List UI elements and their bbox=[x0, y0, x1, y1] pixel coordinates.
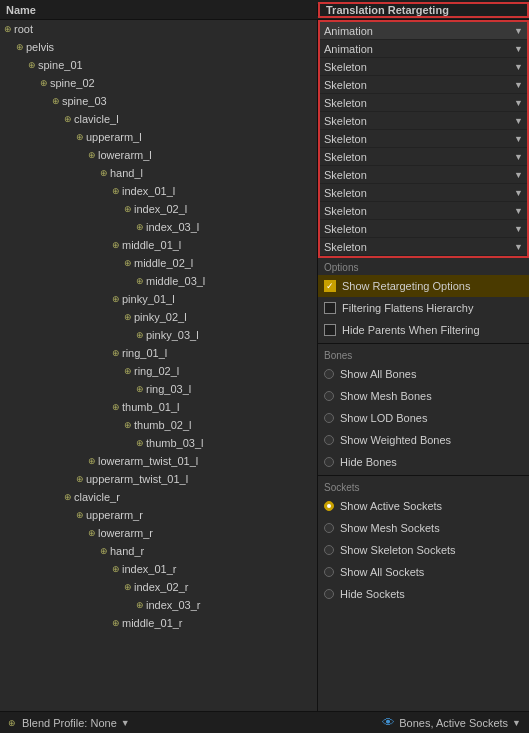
tree-item[interactable]: ⊕upperarm_twist_01_l bbox=[0, 470, 317, 488]
socket-radio[interactable] bbox=[324, 567, 334, 577]
retarget-row[interactable]: Skeleton▼ bbox=[320, 184, 527, 202]
header-name: Name bbox=[0, 4, 318, 16]
show-retargeting-row[interactable]: Show Retargeting Options bbox=[318, 275, 529, 297]
tree-label: spine_01 bbox=[38, 59, 83, 71]
tree-item[interactable]: ⊕spine_03 bbox=[0, 92, 317, 110]
retarget-row[interactable]: Skeleton▼ bbox=[320, 148, 527, 166]
tree-item[interactable]: ⊕spine_02 bbox=[0, 74, 317, 92]
tree-item[interactable]: ⊕pelvis bbox=[0, 38, 317, 56]
socket-radio[interactable] bbox=[324, 501, 334, 511]
blend-profile-arrow: ▼ bbox=[121, 718, 130, 728]
filtering-flattens-checkbox[interactable] bbox=[324, 302, 336, 314]
tree-item[interactable]: ⊕index_03_r bbox=[0, 596, 317, 614]
tree-item[interactable]: ⊕index_03_l bbox=[0, 218, 317, 236]
socket-option-row[interactable]: Show All Sockets bbox=[318, 561, 529, 583]
tree-item[interactable]: ⊕middle_02_l bbox=[0, 254, 317, 272]
tree-item[interactable]: ⊕root bbox=[0, 20, 317, 38]
retarget-row[interactable]: Skeleton▼ bbox=[320, 130, 527, 148]
retarget-arrow-icon: ▼ bbox=[514, 206, 523, 216]
tree-item[interactable]: ⊕spine_01 bbox=[0, 56, 317, 74]
retarget-row[interactable]: Skeleton▼ bbox=[320, 76, 527, 94]
retarget-row[interactable]: Skeleton▼ bbox=[320, 202, 527, 220]
bones-sockets-button[interactable]: 👁 Bones, Active Sockets ▼ bbox=[382, 715, 521, 730]
tree-label: spine_03 bbox=[62, 95, 107, 107]
tree-item[interactable]: ⊕pinky_01_l bbox=[0, 290, 317, 308]
bone-radio[interactable] bbox=[324, 435, 334, 445]
socket-option-row[interactable]: Show Mesh Sockets bbox=[318, 517, 529, 539]
socket-radio[interactable] bbox=[324, 545, 334, 555]
retarget-row[interactable]: Skeleton▼ bbox=[320, 166, 527, 184]
tree-item[interactable]: ⊕clavicle_l bbox=[0, 110, 317, 128]
tree-expand-icon: ⊕ bbox=[40, 78, 48, 88]
tree-item[interactable]: ⊕index_02_r bbox=[0, 578, 317, 596]
tree-expand-icon: ⊕ bbox=[88, 456, 96, 466]
tree-item[interactable]: ⊕thumb_01_l bbox=[0, 398, 317, 416]
socket-option-label: Show Skeleton Sockets bbox=[340, 544, 456, 556]
retarget-row[interactable]: Skeleton▼ bbox=[320, 58, 527, 76]
socket-radio[interactable] bbox=[324, 589, 334, 599]
tree-expand-icon: ⊕ bbox=[100, 168, 108, 178]
tree-expand-icon: ⊕ bbox=[124, 582, 132, 592]
tree-item[interactable]: ⊕middle_03_l bbox=[0, 272, 317, 290]
socket-radio[interactable] bbox=[324, 523, 334, 533]
socket-option-label: Show Active Sockets bbox=[340, 500, 442, 512]
tree-panel[interactable]: ⊕root⊕pelvis⊕spine_01⊕spine_02⊕spine_03⊕… bbox=[0, 20, 318, 711]
socket-option-row[interactable]: Show Skeleton Sockets bbox=[318, 539, 529, 561]
retarget-arrow-icon: ▼ bbox=[514, 80, 523, 90]
tree-expand-icon: ⊕ bbox=[136, 438, 144, 448]
socket-option-row[interactable]: Show Active Sockets bbox=[318, 495, 529, 517]
tree-expand-icon: ⊕ bbox=[76, 132, 84, 142]
retarget-arrow-icon: ▼ bbox=[514, 188, 523, 198]
tree-item[interactable]: ⊕lowerarm_l bbox=[0, 146, 317, 164]
tree-item[interactable]: ⊕ring_03_l bbox=[0, 380, 317, 398]
show-retargeting-checkbox[interactable] bbox=[324, 280, 336, 292]
blend-profile-button[interactable]: ⊕ Blend Profile: None ▼ bbox=[8, 717, 130, 729]
tree-item[interactable]: ⊕pinky_02_l bbox=[0, 308, 317, 326]
retarget-row[interactable]: Animation▼ bbox=[320, 22, 527, 40]
tree-item[interactable]: ⊕upperarm_r bbox=[0, 506, 317, 524]
retarget-row[interactable]: Skeleton▼ bbox=[320, 94, 527, 112]
retarget-row[interactable]: Skeleton▼ bbox=[320, 112, 527, 130]
bone-radio[interactable] bbox=[324, 369, 334, 379]
socket-option-row[interactable]: Hide Sockets bbox=[318, 583, 529, 605]
retarget-row[interactable]: Animation▼ bbox=[320, 40, 527, 58]
bone-radio[interactable] bbox=[324, 391, 334, 401]
retarget-label: Skeleton bbox=[324, 241, 514, 253]
bone-option-row[interactable]: Hide Bones bbox=[318, 451, 529, 473]
hide-parents-checkbox[interactable] bbox=[324, 324, 336, 336]
bone-option-row[interactable]: Show Weighted Bones bbox=[318, 429, 529, 451]
tree-item[interactable]: ⊕index_01_l bbox=[0, 182, 317, 200]
tree-item[interactable]: ⊕middle_01_r bbox=[0, 614, 317, 632]
bone-radio[interactable] bbox=[324, 413, 334, 423]
bone-option-row[interactable]: Show LOD Bones bbox=[318, 407, 529, 429]
tree-item[interactable]: ⊕index_02_l bbox=[0, 200, 317, 218]
tree-item[interactable]: ⊕ring_01_l bbox=[0, 344, 317, 362]
retarget-label: Skeleton bbox=[324, 169, 514, 181]
retarget-row[interactable]: Skeleton▼ bbox=[320, 238, 527, 256]
retarget-row[interactable]: Skeleton▼ bbox=[320, 220, 527, 238]
hide-parents-row[interactable]: Hide Parents When Filtering bbox=[318, 319, 529, 341]
tree-item[interactable]: ⊕thumb_03_l bbox=[0, 434, 317, 452]
tree-item[interactable]: ⊕middle_01_l bbox=[0, 236, 317, 254]
bone-radio[interactable] bbox=[324, 457, 334, 467]
tree-item[interactable]: ⊕ring_02_l bbox=[0, 362, 317, 380]
tree-item[interactable]: ⊕index_01_r bbox=[0, 560, 317, 578]
bone-option-row[interactable]: Show All Bones bbox=[318, 363, 529, 385]
tree-item[interactable]: ⊕hand_l bbox=[0, 164, 317, 182]
tree-item[interactable]: ⊕lowerarm_twist_01_l bbox=[0, 452, 317, 470]
tree-label: ring_03_l bbox=[146, 383, 191, 395]
tree-expand-icon: ⊕ bbox=[112, 294, 120, 304]
tree-expand-icon: ⊕ bbox=[112, 348, 120, 358]
bone-option-row[interactable]: Show Mesh Bones bbox=[318, 385, 529, 407]
tree-item[interactable]: ⊕clavicle_r bbox=[0, 488, 317, 506]
tree-item[interactable]: ⊕hand_r bbox=[0, 542, 317, 560]
tree-item[interactable]: ⊕upperarm_l bbox=[0, 128, 317, 146]
tree-label: hand_r bbox=[110, 545, 144, 557]
tree-item[interactable]: ⊕pinky_03_l bbox=[0, 326, 317, 344]
filtering-flattens-row[interactable]: Filtering Flattens Hierarchy bbox=[318, 297, 529, 319]
tree-item[interactable]: ⊕lowerarm_r bbox=[0, 524, 317, 542]
right-panel: Animation▼Animation▼Skeleton▼Skeleton▼Sk… bbox=[318, 20, 529, 711]
tree-item[interactable]: ⊕thumb_02_l bbox=[0, 416, 317, 434]
tree-expand-icon: ⊕ bbox=[112, 240, 120, 250]
tree-expand-icon: ⊕ bbox=[76, 474, 84, 484]
